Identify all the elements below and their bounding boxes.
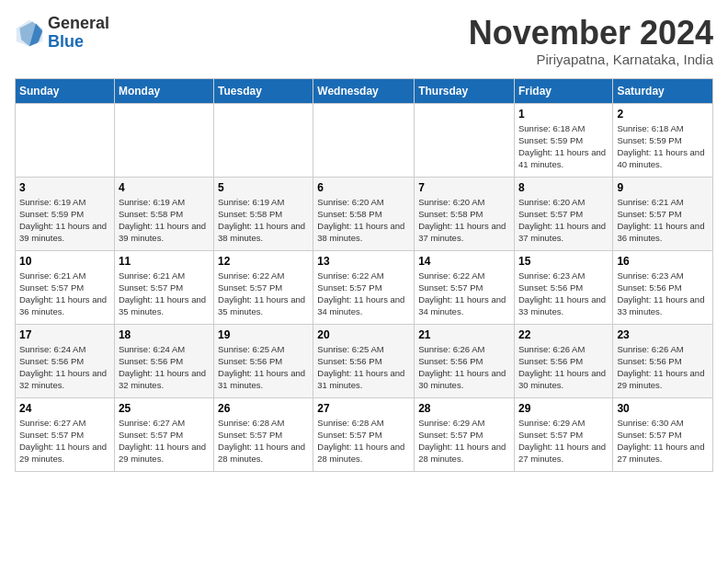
weekday-header: Wednesday — [313, 78, 415, 103]
day-info: Sunrise: 6:21 AM Sunset: 5:57 PM Dayligh… — [617, 196, 709, 245]
day-info: Sunrise: 6:25 AM Sunset: 5:56 PM Dayligh… — [317, 343, 410, 392]
logo: General Blue — [15, 15, 109, 52]
day-info: Sunrise: 6:19 AM Sunset: 5:59 PM Dayligh… — [19, 196, 110, 245]
day-number: 21 — [418, 328, 510, 341]
calendar-cell — [313, 103, 415, 177]
day-number: 11 — [119, 255, 210, 268]
calendar-cell: 23Sunrise: 6:26 AM Sunset: 5:56 PM Dayli… — [613, 324, 713, 397]
day-number: 27 — [317, 402, 410, 415]
logo-text: General Blue — [48, 15, 109, 52]
day-info: Sunrise: 6:22 AM Sunset: 5:57 PM Dayligh… — [317, 270, 410, 318]
weekday-header: Friday — [514, 78, 612, 103]
logo-icon — [15, 18, 44, 48]
calendar-cell: 18Sunrise: 6:24 AM Sunset: 5:56 PM Dayli… — [114, 324, 213, 397]
calendar-cell: 10Sunrise: 6:21 AM Sunset: 5:57 PM Dayli… — [16, 250, 115, 324]
day-info: Sunrise: 6:26 AM Sunset: 5:56 PM Dayligh… — [617, 343, 709, 392]
calendar-cell: 21Sunrise: 6:26 AM Sunset: 5:56 PM Dayli… — [415, 324, 515, 397]
day-info: Sunrise: 6:23 AM Sunset: 5:56 PM Dayligh… — [617, 270, 709, 318]
day-info: Sunrise: 6:22 AM Sunset: 5:57 PM Dayligh… — [218, 270, 309, 318]
calendar-cell: 17Sunrise: 6:24 AM Sunset: 5:56 PM Dayli… — [16, 324, 115, 397]
calendar-week-row: 10Sunrise: 6:21 AM Sunset: 5:57 PM Dayli… — [16, 250, 713, 324]
calendar-cell: 25Sunrise: 6:27 AM Sunset: 5:57 PM Dayli… — [114, 397, 213, 471]
weekday-header: Saturday — [613, 78, 713, 103]
day-info: Sunrise: 6:23 AM Sunset: 5:56 PM Dayligh… — [518, 270, 609, 318]
calendar-cell: 3Sunrise: 6:19 AM Sunset: 5:59 PM Daylig… — [16, 177, 115, 250]
day-number: 29 — [518, 402, 609, 415]
calendar-cell — [16, 103, 115, 177]
day-number: 19 — [218, 328, 309, 341]
day-info: Sunrise: 6:28 AM Sunset: 5:57 PM Dayligh… — [317, 417, 410, 465]
calendar-cell: 30Sunrise: 6:30 AM Sunset: 5:57 PM Dayli… — [613, 397, 713, 471]
calendar-cell: 24Sunrise: 6:27 AM Sunset: 5:57 PM Dayli… — [16, 397, 115, 471]
calendar-cell: 4Sunrise: 6:19 AM Sunset: 5:58 PM Daylig… — [114, 177, 213, 250]
day-number: 17 — [19, 328, 110, 341]
day-info: Sunrise: 6:27 AM Sunset: 5:57 PM Dayligh… — [19, 417, 110, 465]
calendar-cell: 27Sunrise: 6:28 AM Sunset: 5:57 PM Dayli… — [313, 397, 415, 471]
calendar-week-row: 24Sunrise: 6:27 AM Sunset: 5:57 PM Dayli… — [16, 397, 713, 471]
day-number: 3 — [19, 181, 110, 194]
day-info: Sunrise: 6:24 AM Sunset: 5:56 PM Dayligh… — [119, 343, 210, 392]
day-number: 25 — [119, 402, 210, 415]
day-info: Sunrise: 6:24 AM Sunset: 5:56 PM Dayligh… — [19, 343, 110, 392]
calendar-cell: 19Sunrise: 6:25 AM Sunset: 5:56 PM Dayli… — [214, 324, 313, 397]
day-number: 9 — [617, 181, 709, 194]
calendar-cell: 2Sunrise: 6:18 AM Sunset: 5:59 PM Daylig… — [613, 103, 713, 177]
calendar-cell: 16Sunrise: 6:23 AM Sunset: 5:56 PM Dayli… — [613, 250, 713, 324]
day-info: Sunrise: 6:28 AM Sunset: 5:57 PM Dayligh… — [218, 417, 309, 465]
calendar-cell: 12Sunrise: 6:22 AM Sunset: 5:57 PM Dayli… — [214, 250, 313, 324]
calendar-cell: 11Sunrise: 6:21 AM Sunset: 5:57 PM Dayli… — [114, 250, 213, 324]
day-info: Sunrise: 6:27 AM Sunset: 5:57 PM Dayligh… — [119, 417, 210, 465]
calendar-cell: 14Sunrise: 6:22 AM Sunset: 5:57 PM Dayli… — [415, 250, 515, 324]
calendar-week-row: 3Sunrise: 6:19 AM Sunset: 5:59 PM Daylig… — [16, 177, 713, 250]
weekday-header-row: SundayMondayTuesdayWednesdayThursdayFrid… — [16, 78, 713, 103]
day-number: 28 — [418, 402, 510, 415]
title-area: November 2024 Piriyapatna, Karnataka, In… — [469, 15, 713, 67]
day-number: 13 — [317, 255, 410, 268]
calendar-cell: 5Sunrise: 6:19 AM Sunset: 5:58 PM Daylig… — [214, 177, 313, 250]
day-info: Sunrise: 6:22 AM Sunset: 5:57 PM Dayligh… — [418, 270, 510, 318]
day-info: Sunrise: 6:20 AM Sunset: 5:57 PM Dayligh… — [518, 196, 609, 245]
month-title: November 2024 — [469, 15, 713, 52]
day-info: Sunrise: 6:21 AM Sunset: 5:57 PM Dayligh… — [119, 270, 210, 318]
calendar-cell: 13Sunrise: 6:22 AM Sunset: 5:57 PM Dayli… — [313, 250, 415, 324]
day-number: 5 — [218, 181, 309, 194]
calendar-week-row: 1Sunrise: 6:18 AM Sunset: 5:59 PM Daylig… — [16, 103, 713, 177]
day-info: Sunrise: 6:21 AM Sunset: 5:57 PM Dayligh… — [19, 270, 110, 318]
weekday-header: Tuesday — [214, 78, 313, 103]
day-number: 23 — [617, 328, 709, 341]
calendar-cell: 8Sunrise: 6:20 AM Sunset: 5:57 PM Daylig… — [514, 177, 612, 250]
calendar-cell: 28Sunrise: 6:29 AM Sunset: 5:57 PM Dayli… — [415, 397, 515, 471]
day-number: 12 — [218, 255, 309, 268]
day-info: Sunrise: 6:30 AM Sunset: 5:57 PM Dayligh… — [617, 417, 709, 465]
day-number: 7 — [418, 181, 510, 194]
day-number: 20 — [317, 328, 410, 341]
calendar-cell — [114, 103, 213, 177]
calendar-cell: 26Sunrise: 6:28 AM Sunset: 5:57 PM Dayli… — [214, 397, 313, 471]
calendar-cell: 15Sunrise: 6:23 AM Sunset: 5:56 PM Dayli… — [514, 250, 612, 324]
day-number: 6 — [317, 181, 410, 194]
day-number: 10 — [19, 255, 110, 268]
day-number: 26 — [218, 402, 309, 415]
location: Piriyapatna, Karnataka, India — [469, 52, 713, 67]
calendar-cell — [415, 103, 515, 177]
day-number: 22 — [518, 328, 609, 341]
day-number: 2 — [617, 108, 709, 121]
day-number: 1 — [518, 108, 609, 121]
day-info: Sunrise: 6:18 AM Sunset: 5:59 PM Dayligh… — [617, 122, 709, 171]
calendar-table: SundayMondayTuesdayWednesdayThursdayFrid… — [15, 78, 713, 472]
day-number: 15 — [518, 255, 609, 268]
day-info: Sunrise: 6:29 AM Sunset: 5:57 PM Dayligh… — [418, 417, 510, 465]
day-info: Sunrise: 6:19 AM Sunset: 5:58 PM Dayligh… — [218, 196, 309, 245]
calendar-cell: 7Sunrise: 6:20 AM Sunset: 5:58 PM Daylig… — [415, 177, 515, 250]
day-info: Sunrise: 6:29 AM Sunset: 5:57 PM Dayligh… — [518, 417, 609, 465]
calendar-cell: 20Sunrise: 6:25 AM Sunset: 5:56 PM Dayli… — [313, 324, 415, 397]
calendar-week-row: 17Sunrise: 6:24 AM Sunset: 5:56 PM Dayli… — [16, 324, 713, 397]
day-number: 16 — [617, 255, 709, 268]
day-number: 18 — [119, 328, 210, 341]
page-header: General Blue November 2024 Piriyapatna, … — [15, 15, 713, 67]
calendar-cell: 22Sunrise: 6:26 AM Sunset: 5:56 PM Dayli… — [514, 324, 612, 397]
day-info: Sunrise: 6:26 AM Sunset: 5:56 PM Dayligh… — [518, 343, 609, 392]
calendar-cell: 1Sunrise: 6:18 AM Sunset: 5:59 PM Daylig… — [514, 103, 612, 177]
day-number: 14 — [418, 255, 510, 268]
calendar-cell — [214, 103, 313, 177]
